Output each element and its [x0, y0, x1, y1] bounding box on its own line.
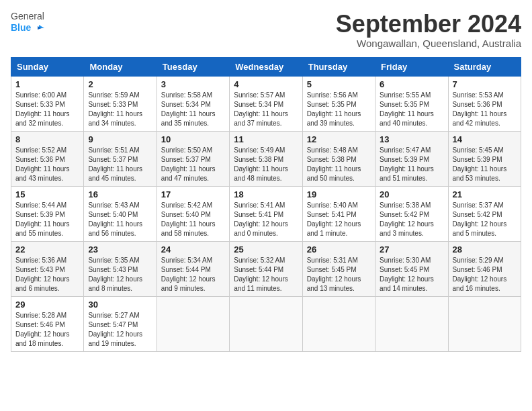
logo-general: General	[11, 11, 44, 22]
day-number: 10	[161, 134, 225, 144]
table-row: 30 Sunrise: 5:27 AMSunset: 5:47 PMDaylig…	[84, 296, 157, 351]
day-info: Sunrise: 5:55 AMSunset: 5:35 PMDaylight:…	[380, 91, 434, 127]
logo: General Blue	[11, 11, 44, 34]
table-row: 3 Sunrise: 5:58 AMSunset: 5:34 PMDayligh…	[157, 76, 229, 131]
table-row	[302, 296, 375, 351]
day-number: 2	[88, 79, 152, 89]
table-row: 18 Sunrise: 5:41 AMSunset: 5:41 PMDaylig…	[230, 186, 302, 241]
header-thursday: Thursday	[302, 57, 375, 76]
day-info: Sunrise: 5:29 AMSunset: 5:46 PMDaylight:…	[453, 257, 507, 292]
day-number: 11	[234, 134, 298, 144]
day-info: Sunrise: 5:34 AMSunset: 5:44 PMDaylight:…	[161, 257, 216, 292]
day-number: 13	[380, 134, 443, 144]
day-info: Sunrise: 5:31 AMSunset: 5:45 PMDaylight:…	[307, 257, 361, 292]
day-number: 4	[234, 79, 298, 89]
day-info: Sunrise: 5:42 AMSunset: 5:40 PMDaylight:…	[161, 201, 216, 237]
table-row: 14 Sunrise: 5:45 AMSunset: 5:39 PMDaylig…	[448, 131, 521, 186]
day-number: 15	[15, 189, 79, 199]
day-info: Sunrise: 5:57 AMSunset: 5:34 PMDaylight:…	[234, 91, 288, 127]
table-row: 9 Sunrise: 5:51 AMSunset: 5:37 PMDayligh…	[84, 131, 157, 186]
day-info: Sunrise: 5:48 AMSunset: 5:38 PMDaylight:…	[307, 146, 361, 182]
table-row: 4 Sunrise: 5:57 AMSunset: 5:34 PMDayligh…	[230, 76, 302, 131]
page-header: General Blue September 2024 Wongawallan,…	[11, 11, 521, 49]
day-number: 17	[161, 189, 225, 199]
table-row: 27 Sunrise: 5:30 AMSunset: 5:45 PMDaylig…	[375, 241, 448, 296]
logo-bird-icon	[32, 22, 44, 34]
day-number: 18	[234, 189, 298, 199]
day-number: 12	[307, 134, 371, 144]
table-row: 16 Sunrise: 5:43 AMSunset: 5:40 PMDaylig…	[84, 186, 157, 241]
day-info: Sunrise: 5:27 AMSunset: 5:47 PMDaylight:…	[88, 312, 142, 347]
month-title: September 2024	[336, 11, 521, 38]
day-info: Sunrise: 5:51 AMSunset: 5:37 PMDaylight:…	[88, 146, 142, 182]
day-number: 28	[453, 244, 517, 255]
day-info: Sunrise: 5:52 AMSunset: 5:36 PMDaylight:…	[15, 146, 70, 182]
day-number: 26	[307, 244, 371, 255]
day-info: Sunrise: 5:44 AMSunset: 5:39 PMDaylight:…	[15, 201, 70, 237]
day-info: Sunrise: 5:30 AMSunset: 5:45 PMDaylight:…	[380, 257, 434, 292]
day-number: 23	[88, 244, 152, 255]
table-row: 1 Sunrise: 6:00 AMSunset: 5:33 PMDayligh…	[11, 76, 84, 131]
title-area: September 2024 Wongawallan, Queensland, …	[336, 11, 521, 49]
day-info: Sunrise: 5:32 AMSunset: 5:44 PMDaylight:…	[234, 257, 288, 292]
header-sunday: Sunday	[11, 57, 84, 76]
logo-blue: Blue	[11, 22, 44, 34]
day-number: 8	[15, 134, 79, 144]
day-number: 9	[88, 134, 152, 144]
day-number: 14	[453, 134, 517, 144]
table-row: 11 Sunrise: 5:49 AMSunset: 5:38 PMDaylig…	[230, 131, 302, 186]
table-row	[230, 296, 302, 351]
table-row: 26 Sunrise: 5:31 AMSunset: 5:45 PMDaylig…	[302, 241, 375, 296]
day-number: 16	[88, 189, 152, 199]
table-row: 20 Sunrise: 5:38 AMSunset: 5:42 PMDaylig…	[375, 186, 448, 241]
day-info: Sunrise: 5:59 AMSunset: 5:33 PMDaylight:…	[88, 91, 142, 127]
day-number: 5	[307, 79, 371, 89]
table-row: 25 Sunrise: 5:32 AMSunset: 5:44 PMDaylig…	[230, 241, 302, 296]
day-number: 19	[307, 189, 371, 199]
table-row: 21 Sunrise: 5:37 AMSunset: 5:42 PMDaylig…	[448, 186, 521, 241]
table-row: 2 Sunrise: 5:59 AMSunset: 5:33 PMDayligh…	[84, 76, 157, 131]
day-info: Sunrise: 5:45 AMSunset: 5:39 PMDaylight:…	[453, 146, 507, 182]
table-row: 12 Sunrise: 5:48 AMSunset: 5:38 PMDaylig…	[302, 131, 375, 186]
day-number: 6	[380, 79, 443, 89]
table-row: 24 Sunrise: 5:34 AMSunset: 5:44 PMDaylig…	[157, 241, 229, 296]
day-info: Sunrise: 6:00 AMSunset: 5:33 PMDaylight:…	[15, 91, 70, 127]
day-info: Sunrise: 5:47 AMSunset: 5:39 PMDaylight:…	[380, 146, 434, 182]
day-info: Sunrise: 5:40 AMSunset: 5:41 PMDaylight:…	[307, 201, 361, 237]
weekday-header-row: Sunday Monday Tuesday Wednesday Thursday…	[11, 57, 521, 76]
header-saturday: Saturday	[448, 57, 521, 76]
location-title: Wongawallan, Queensland, Australia	[336, 38, 521, 49]
table-row: 10 Sunrise: 5:50 AMSunset: 5:37 PMDaylig…	[157, 131, 229, 186]
day-info: Sunrise: 5:43 AMSunset: 5:40 PMDaylight:…	[88, 201, 142, 237]
day-info: Sunrise: 5:49 AMSunset: 5:38 PMDaylight:…	[234, 146, 288, 182]
table-row: 23 Sunrise: 5:35 AMSunset: 5:43 PMDaylig…	[84, 241, 157, 296]
day-number: 20	[380, 189, 443, 199]
day-number: 3	[161, 79, 225, 89]
day-info: Sunrise: 5:37 AMSunset: 5:42 PMDaylight:…	[453, 201, 507, 237]
table-row: 15 Sunrise: 5:44 AMSunset: 5:39 PMDaylig…	[11, 186, 84, 241]
day-number: 21	[453, 189, 517, 199]
table-row: 5 Sunrise: 5:56 AMSunset: 5:35 PMDayligh…	[302, 76, 375, 131]
header-friday: Friday	[375, 57, 448, 76]
table-row: 13 Sunrise: 5:47 AMSunset: 5:39 PMDaylig…	[375, 131, 448, 186]
day-number: 27	[380, 244, 443, 255]
day-number: 1	[15, 79, 79, 89]
header-tuesday: Tuesday	[157, 57, 229, 76]
table-row: 6 Sunrise: 5:55 AMSunset: 5:35 PMDayligh…	[375, 76, 448, 131]
day-info: Sunrise: 5:35 AMSunset: 5:43 PMDaylight:…	[88, 257, 142, 292]
table-row: 17 Sunrise: 5:42 AMSunset: 5:40 PMDaylig…	[157, 186, 229, 241]
table-row: 22 Sunrise: 5:36 AMSunset: 5:43 PMDaylig…	[11, 241, 84, 296]
day-number: 25	[234, 244, 298, 255]
day-info: Sunrise: 5:28 AMSunset: 5:46 PMDaylight:…	[15, 312, 70, 347]
day-number: 29	[15, 300, 79, 310]
table-row: 7 Sunrise: 5:53 AMSunset: 5:36 PMDayligh…	[448, 76, 521, 131]
table-row: 19 Sunrise: 5:40 AMSunset: 5:41 PMDaylig…	[302, 186, 375, 241]
day-number: 24	[161, 244, 225, 255]
table-row	[448, 296, 521, 351]
day-number: 22	[15, 244, 79, 255]
day-info: Sunrise: 5:53 AMSunset: 5:36 PMDaylight:…	[453, 91, 507, 127]
day-number: 7	[453, 79, 517, 89]
table-row: 8 Sunrise: 5:52 AMSunset: 5:36 PMDayligh…	[11, 131, 84, 186]
table-row: 29 Sunrise: 5:28 AMSunset: 5:46 PMDaylig…	[11, 296, 84, 351]
header-wednesday: Wednesday	[230, 57, 302, 76]
